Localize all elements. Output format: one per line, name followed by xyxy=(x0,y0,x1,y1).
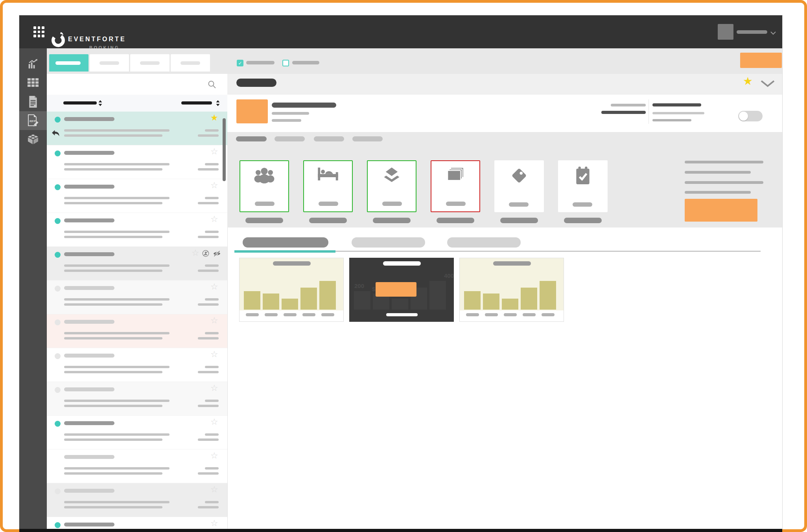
list-item[interactable]: ☆ xyxy=(47,145,227,179)
item-value-redacted xyxy=(198,371,219,373)
category-card[interactable] xyxy=(558,160,608,212)
favorite-star-icon[interactable]: ☆ xyxy=(210,349,218,360)
quick-tab[interactable] xyxy=(236,136,267,141)
chart-bar xyxy=(282,299,298,310)
list-panel-tabs xyxy=(49,54,210,72)
category-caption-redacted xyxy=(309,218,347,223)
category-card[interactable] xyxy=(494,160,544,212)
list-item[interactable]: ☆ xyxy=(47,416,227,449)
sort-icon[interactable] xyxy=(98,100,102,108)
list-item[interactable]: ☆ xyxy=(47,247,227,281)
primary-action-button[interactable] xyxy=(740,53,782,68)
band-action-button[interactable] xyxy=(685,199,757,222)
bed-icon xyxy=(304,167,352,182)
thumbnail-action-button[interactable] xyxy=(376,282,416,297)
item-value-redacted xyxy=(198,236,219,238)
note-line-redacted xyxy=(685,181,763,184)
favorite-star-icon[interactable]: ☆ xyxy=(210,417,218,427)
favorite-star-icon[interactable]: ☆ xyxy=(210,518,218,528)
search-input[interactable] xyxy=(47,74,227,95)
category-card[interactable] xyxy=(367,160,416,212)
content-tab[interactable] xyxy=(447,237,521,248)
eventforte-logo-icon[interactable] xyxy=(51,31,66,48)
favorite-star-icon[interactable]: ☆ xyxy=(210,180,218,191)
list-item[interactable]: ☆ xyxy=(47,348,227,382)
item-line-redacted xyxy=(64,197,170,199)
content-tab[interactable] xyxy=(243,237,328,248)
meta-value-redacted xyxy=(652,103,701,106)
list-panel-tab[interactable] xyxy=(90,54,129,72)
star-icon[interactable]: ★ xyxy=(743,75,753,88)
tab-label-redacted xyxy=(140,61,160,65)
toggle-switch[interactable] xyxy=(738,111,763,121)
list-item[interactable]: ☆ xyxy=(47,314,227,348)
chart-thumbnail[interactable] xyxy=(239,258,344,322)
list-panel-tab[interactable] xyxy=(130,54,170,72)
venue-avatar[interactable] xyxy=(236,99,268,123)
list-item[interactable]: ☆ xyxy=(47,179,227,213)
content-tab[interactable] xyxy=(352,237,425,248)
axis-label-redacted xyxy=(302,313,315,316)
list-scrollbar[interactable] xyxy=(223,118,226,181)
sidebar-item-documents[interactable] xyxy=(19,92,47,111)
item-line-redacted xyxy=(64,129,170,132)
favorite-star-icon[interactable]: ☆ xyxy=(210,484,218,495)
favorite-star-icon[interactable]: ☆ xyxy=(210,214,218,224)
chart-thumbnail[interactable] xyxy=(459,258,564,322)
quick-tab[interactable] xyxy=(275,136,305,141)
item-value-redacted xyxy=(198,134,219,137)
quick-tab[interactable] xyxy=(352,136,383,141)
app-grid-icon[interactable] xyxy=(33,26,44,37)
chart-title-redacted xyxy=(493,261,531,266)
favorite-star-icon[interactable]: ☆ xyxy=(210,282,218,292)
list-panel-tab[interactable] xyxy=(49,54,88,72)
item-value-redacted xyxy=(198,438,219,441)
item-line-redacted xyxy=(64,467,170,470)
item-value-redacted xyxy=(205,298,219,301)
reply-arrow-icon[interactable] xyxy=(52,130,60,139)
meta-line-redacted xyxy=(652,112,704,114)
sort-icon[interactable] xyxy=(216,100,220,108)
list-item[interactable]: ☆ xyxy=(47,483,227,517)
list-item[interactable]: ☆ xyxy=(47,382,227,416)
axis-label-redacted xyxy=(284,313,297,316)
sidebar-item-table[interactable] xyxy=(19,73,47,92)
filter-checkbox-1[interactable]: ✓ xyxy=(237,60,243,66)
item-title-redacted xyxy=(64,455,114,459)
meta-line-redacted xyxy=(611,104,646,106)
item-value-redacted xyxy=(198,337,219,339)
item-line-redacted xyxy=(64,433,170,436)
item-title-redacted xyxy=(64,117,114,121)
list-item[interactable]: ☆ xyxy=(47,449,227,483)
user-slash-icon[interactable] xyxy=(202,250,209,259)
list-item[interactable]: ☆ xyxy=(47,213,227,247)
favorite-star-icon[interactable]: ☆ xyxy=(210,147,218,157)
status-dot xyxy=(55,286,61,292)
favorite-star-icon[interactable]: ☆ xyxy=(210,316,218,326)
user-avatar[interactable] xyxy=(718,24,733,40)
favorite-star-icon[interactable]: ☆ xyxy=(192,248,199,258)
chart-bar xyxy=(319,281,336,310)
chevron-down-icon[interactable] xyxy=(770,29,776,37)
filter-checkbox-2[interactable]: ✓ xyxy=(282,60,289,66)
favorite-star-icon[interactable]: ☆ xyxy=(210,451,218,461)
chart-bar xyxy=(354,291,370,310)
list-item[interactable]: ★ xyxy=(47,112,227,145)
sidebar-item-packages[interactable] xyxy=(19,130,47,149)
chart-thumbnail-hovered[interactable]: 200 $ 400 xyxy=(349,258,454,322)
favorite-star-icon[interactable]: ☆ xyxy=(210,383,218,393)
chevron-down-icon[interactable] xyxy=(761,80,775,89)
item-value-redacted xyxy=(205,433,219,436)
list-item[interactable]: ☆ xyxy=(47,281,227,314)
category-card[interactable] xyxy=(240,160,289,212)
favorite-star-icon[interactable]: ★ xyxy=(210,113,218,123)
sidebar-item-rfp[interactable]: RFP xyxy=(19,111,47,130)
list-panel-tab[interactable] xyxy=(171,54,210,72)
eye-slash-icon[interactable] xyxy=(213,250,221,259)
sidebar-item-analytics[interactable] xyxy=(19,55,47,73)
status-dot xyxy=(55,353,61,359)
tag-icon xyxy=(494,166,544,185)
category-card[interactable] xyxy=(431,160,480,212)
category-card[interactable] xyxy=(303,160,353,212)
quick-tab[interactable] xyxy=(314,136,344,141)
